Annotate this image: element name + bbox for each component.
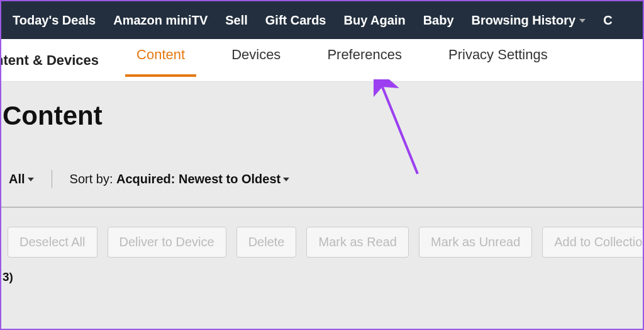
mark-as-unread-button[interactable]: Mark as Unread (419, 227, 532, 258)
mark-as-read-button[interactable]: Mark as Read (306, 227, 409, 258)
chevron-down-icon (28, 178, 34, 181)
nav-truncated[interactable]: C (603, 13, 612, 28)
divider (52, 170, 52, 188)
top-nav: Today's Deals Amazon miniTV Sell Gift Ca… (1, 1, 643, 39)
nav-gift-cards[interactable]: Gift Cards (265, 13, 326, 28)
add-to-collection-button[interactable]: Add to Collection (542, 227, 643, 258)
chevron-down-icon (283, 178, 289, 181)
nav-minitv[interactable]: Amazon miniTV (113, 13, 208, 28)
nav-browsing-history[interactable]: Browsing History (472, 13, 586, 28)
delete-button[interactable]: Delete (236, 227, 297, 258)
breadcrumb[interactable]: ntent & Devices (0, 52, 99, 69)
filter-row: All Sort by: Acquired: Newest to Oldest (1, 166, 643, 191)
nav-baby[interactable]: Baby (423, 13, 454, 28)
tab-devices[interactable]: Devices (231, 47, 280, 74)
deselect-all-button[interactable]: Deselect All (8, 227, 97, 258)
tab-privacy-settings[interactable]: Privacy Settings (448, 47, 548, 74)
action-row: Deselect All Deliver to Device Delete Ma… (1, 208, 643, 258)
sort-dropdown[interactable]: Sort by: Acquired: Newest to Oldest (70, 172, 290, 186)
nav-todays-deals[interactable]: Today's Deals (13, 13, 96, 28)
page-title: Content (1, 82, 643, 131)
sub-tabs: Content Devices Preferences Privacy Sett… (136, 47, 548, 74)
filter-all-dropdown[interactable]: All (9, 172, 34, 186)
nav-sell[interactable]: Sell (225, 13, 248, 28)
nav-buy-again[interactable]: Buy Again (344, 13, 406, 28)
chevron-down-icon (579, 19, 586, 23)
content-area: Content All Sort by: Acquired: Newest to… (1, 82, 643, 329)
sub-nav: ntent & Devices Content Devices Preferen… (1, 39, 643, 82)
tab-preferences[interactable]: Preferences (327, 47, 402, 74)
deliver-to-device-button[interactable]: Deliver to Device (108, 227, 226, 258)
count-fragment: 3) (1, 258, 643, 284)
tab-content[interactable]: Content (136, 47, 185, 74)
